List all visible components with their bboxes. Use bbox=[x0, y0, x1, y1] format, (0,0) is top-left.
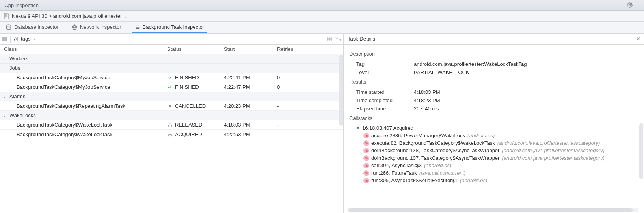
tab-label: Database Inspector bbox=[14, 24, 59, 30]
frame-text: run:305, AsyncTask$SerialExecutor$1 bbox=[371, 178, 458, 183]
lock-icon bbox=[167, 132, 173, 137]
frame-package: (android.com.java.profilertester.taskcat… bbox=[502, 155, 604, 161]
callstack-frame[interactable]: m run:266, FutureTask (java.util.concurr… bbox=[356, 169, 638, 177]
frame-text: doInBackground:107, TaskCategory$AsyncTa… bbox=[371, 155, 499, 161]
svg-rect-22 bbox=[168, 134, 171, 136]
method-icon: m bbox=[363, 155, 369, 161]
detail-row: LevelPARTIAL_WAKE_LOCK bbox=[349, 68, 638, 77]
cell-status: FINISHED bbox=[163, 84, 220, 90]
table-row[interactable]: BackgroundTaskCategory$RepeatingAlarmTas… bbox=[0, 101, 343, 111]
tab-database-inspector[interactable]: Database Inspector bbox=[3, 22, 61, 33]
cell-retries: 0 bbox=[273, 75, 343, 80]
callstack-frame[interactable]: m doInBackground:107, TaskCategory$Async… bbox=[356, 154, 638, 162]
detail-row: Time started4:18:03 PM bbox=[349, 88, 638, 96]
section-label: Callstacks bbox=[349, 115, 372, 121]
close-icon[interactable]: × bbox=[637, 36, 640, 43]
callstack-frame[interactable]: m acquire:2386, PowerManager$WakeLock (a… bbox=[356, 132, 638, 139]
details-body: Description Tagandroid.com.java.profiler… bbox=[344, 45, 644, 213]
triangle-icon: ⌄ bbox=[3, 114, 7, 118]
group-row[interactable]: ›Workers bbox=[0, 54, 343, 64]
value-tag: android.com.java.profilertester:WakeLock… bbox=[414, 61, 527, 67]
horizontal-scrollbar[interactable] bbox=[348, 208, 633, 212]
horizontal-scrollbar-track[interactable] bbox=[348, 208, 638, 212]
value-level: PARTIAL_WAKE_LOCK bbox=[414, 69, 469, 75]
frame-package: (android.os) bbox=[460, 178, 487, 183]
cell-start: 4:22:41 PM bbox=[220, 75, 273, 80]
tags-filter-label: All tags bbox=[14, 36, 31, 42]
table-view-icon[interactable] bbox=[327, 36, 332, 42]
cell-retries: - bbox=[273, 131, 343, 137]
callstack-frame[interactable]: m run:305, AsyncTask$SerialExecutor$1 (a… bbox=[356, 177, 638, 184]
minimize-icon[interactable]: — bbox=[635, 2, 642, 8]
frame-text: run:266, FutureTask bbox=[371, 170, 417, 176]
method-icon: m bbox=[363, 163, 369, 168]
cell-status: RELEASED bbox=[163, 122, 220, 128]
callstack-frame[interactable]: m call:394, AsyncTask$3 (android.os) bbox=[356, 162, 638, 169]
table-row[interactable]: BackgroundTaskCategory$WakeLockTask ACQU… bbox=[0, 130, 343, 139]
chevron-down-icon: ⌄ bbox=[33, 37, 36, 41]
value-started: 4:18:03 PM bbox=[414, 89, 440, 95]
frame-package: (android.os) bbox=[424, 163, 451, 168]
graph-view-icon[interactable] bbox=[335, 36, 341, 42]
group-row[interactable]: ⌄Jobs bbox=[0, 64, 343, 73]
svg-point-17 bbox=[339, 39, 341, 41]
settings-icon[interactable] bbox=[627, 2, 633, 8]
cell-start: 4:20:23 PM bbox=[220, 103, 273, 109]
svg-rect-2 bbox=[5, 14, 7, 17]
inspector-tabs: Database Inspector Network Inspector Bac… bbox=[0, 22, 644, 34]
section-results: Results bbox=[349, 79, 638, 85]
svg-point-16 bbox=[336, 37, 337, 39]
col-header-retries[interactable]: Retries bbox=[273, 45, 343, 54]
col-header-status[interactable]: Status bbox=[163, 45, 220, 54]
check-icon bbox=[167, 75, 173, 80]
tab-network-inspector[interactable]: Network Inspector bbox=[69, 22, 124, 33]
cell-start: 4:18:03 PM bbox=[220, 122, 273, 128]
stop-button[interactable] bbox=[2, 37, 7, 41]
group-row[interactable]: ⌄Alarms bbox=[0, 92, 343, 101]
section-label: Description bbox=[349, 51, 375, 57]
frame-text: doInBackground:138, TaskCategory$AsyncTa… bbox=[371, 148, 499, 153]
vertical-scrollbar[interactable] bbox=[639, 123, 643, 179]
group-row[interactable]: ⌄WakeLocks bbox=[0, 111, 343, 120]
tab-label: Network Inspector bbox=[80, 24, 121, 30]
method-icon: m bbox=[363, 133, 369, 138]
frame-text: call:394, AsyncTask$3 bbox=[371, 163, 422, 168]
callstack-frame[interactable]: m execute:82, BackgroundTaskCategory$Wak… bbox=[356, 139, 638, 147]
task-table-panel: All tags ⌄ Class Status Start Retries ›W bbox=[0, 34, 344, 213]
triangle-icon: › bbox=[3, 57, 7, 61]
tab-background-task-inspector[interactable]: Background Task Inspector bbox=[132, 22, 207, 33]
callstack-node-label: 16:18:03.407 Acquired bbox=[362, 125, 413, 131]
callstack-frame[interactable]: m doInBackground:138, TaskCategory$Async… bbox=[356, 147, 638, 154]
cell-start: 4:22:53 PM bbox=[220, 131, 273, 137]
details-header: Task Details × bbox=[344, 34, 644, 45]
value-completed: 4:18:23 PM bbox=[414, 97, 440, 103]
col-header-class[interactable]: Class bbox=[0, 45, 163, 54]
table-row[interactable]: BackgroundTaskCategory$MyJobService FINI… bbox=[0, 73, 343, 82]
details-title: Task Details bbox=[348, 36, 375, 42]
col-header-start[interactable]: Start bbox=[220, 45, 273, 54]
callstack-node[interactable]: ▼ 16:18:03.407 Acquired bbox=[356, 124, 638, 132]
tags-filter[interactable]: All tags ⌄ bbox=[14, 36, 36, 42]
filter-bar: All tags ⌄ bbox=[0, 34, 343, 45]
section-description: Description bbox=[349, 51, 638, 57]
process-selector[interactable]: Nexus 9 API 30 > android.com.java.profil… bbox=[12, 13, 127, 19]
cell-retries: - bbox=[273, 122, 343, 128]
breadcrumb-bar: Nexus 9 API 30 > android.com.java.profil… bbox=[0, 11, 644, 22]
method-icon: m bbox=[363, 140, 369, 146]
tab-label: Background Task Inspector bbox=[143, 24, 205, 30]
group-name: Workers bbox=[9, 56, 28, 62]
label-elapsed: Elapsed time bbox=[356, 106, 414, 112]
triangle-down-icon: ▼ bbox=[356, 126, 360, 130]
unlock-icon bbox=[167, 122, 173, 128]
table-row[interactable]: BackgroundTaskCategory$MyJobService FINI… bbox=[0, 82, 343, 92]
frame-package: (android.com.java.profilertester.taskcat… bbox=[502, 148, 604, 153]
device-icon bbox=[4, 13, 9, 19]
method-icon: m bbox=[363, 148, 369, 153]
table-row[interactable]: BackgroundTaskCategory$WakeLockTask RELE… bbox=[0, 120, 343, 130]
cell-start: 4:22:47 PM bbox=[220, 84, 273, 90]
cell-class: BackgroundTaskCategory$MyJobService bbox=[0, 75, 163, 80]
method-icon: m bbox=[363, 170, 369, 176]
cell-class: BackgroundTaskCategory$WakeLockTask bbox=[0, 131, 163, 137]
label-tag: Tag bbox=[356, 61, 414, 67]
vertical-scrollbar[interactable] bbox=[339, 55, 343, 126]
